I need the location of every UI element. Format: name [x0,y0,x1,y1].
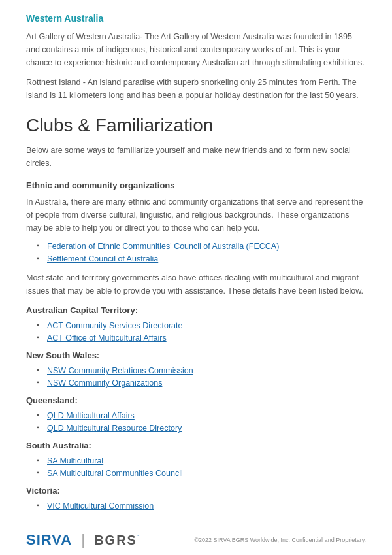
western-australia-title: Western Australia [26,13,366,24]
nsw-community-orgs-link[interactable]: NSW Community Organizations [47,378,162,388]
list-item: NSW Community Organizations [39,378,366,388]
list-item: NSW Community Relations Commission [39,365,366,375]
footer: SIRVA | BGRS··· ©2022 SIRVA BGRS Worldwi… [0,522,392,555]
list-item: ACT Community Services Directorate [39,320,366,330]
ethnic-paragraph: In Australia, there are many ethnic and … [26,195,366,235]
footer-copyright: ©2022 SIRVA BGRS Worldwide, Inc. Confide… [194,537,366,543]
nsw-community-relations-link[interactable]: NSW Community Relations Commission [47,366,193,375]
list-item: SA Multicultural Communities Council [39,468,366,478]
list-item: VIC Multicultural Commission [39,501,366,511]
nsw-links-list: NSW Community Relations Commission NSW C… [26,365,366,388]
fecca-link[interactable]: Federation of Ethnic Communities' Counci… [47,242,279,251]
wa-paragraph-1: Art Gallery of Western Australia- The Ar… [26,30,366,69]
settlement-council-link[interactable]: Settlement Council of Australia [47,254,158,263]
list-item: ACT Office of Multicultural Affairs [39,333,366,343]
list-item: SA Multicultural [39,456,366,465]
sa-label: South Australia: [26,441,366,450]
list-item: Federation of Ethnic Communities' Counci… [39,241,366,251]
ethnic-subheading: Ethnic and community organizations [26,180,366,190]
page-title: Clubs & Familiarization [26,115,366,136]
sa-multicultural-communities-link[interactable]: SA Multicultural Communities Council [47,469,183,478]
wa-paragraph-2: Rottnest Island - An island paradise wit… [26,76,366,102]
list-item: QLD Multicultural Resource Directory [39,423,366,433]
sa-links-list: SA Multicultural SA Multicultural Commun… [26,456,366,478]
vic-label: Victoria: [26,486,366,496]
act-multicultural-link[interactable]: ACT Office of Multicultural Affairs [47,333,167,343]
western-australia-section: Western Australia Art Gallery of Western… [26,13,366,102]
footer-logo: SIRVA | BGRS··· [26,531,144,548]
vic-links-list: VIC Multicultural Commission [26,501,366,511]
qld-multicultural-resource-link[interactable]: QLD Multicultural Resource Directory [47,424,182,433]
intro-text: Below are some ways to familiarize yours… [26,144,366,170]
ethnic-links-list: Federation of Ethnic Communities' Counci… [26,241,366,263]
list-item: QLD Multicultural Affairs [39,411,366,420]
bgrs-dots: ··· [137,533,144,539]
nsw-label: New South Wales: [26,350,366,360]
sirva-logo: SIRVA [26,531,72,548]
bgrs-logo: BGRS [94,533,137,548]
list-item: Settlement Council of Australia [39,254,366,263]
vic-multicultural-commission-link[interactable]: VIC Multicultural Commission [47,501,154,511]
govt-text: Most state and territory governments als… [26,271,366,297]
sa-multicultural-link[interactable]: SA Multicultural [47,456,103,465]
act-links-list: ACT Community Services Directorate ACT O… [26,320,366,343]
act-label: Australian Capital Territory: [26,305,366,315]
qld-links-list: QLD Multicultural Affairs QLD Multicultu… [26,411,366,433]
logo-divider: | [77,531,89,548]
qld-label: Queensland: [26,395,366,405]
qld-multicultural-affairs-link[interactable]: QLD Multicultural Affairs [47,411,135,420]
act-community-services-link[interactable]: ACT Community Services Directorate [47,321,182,330]
